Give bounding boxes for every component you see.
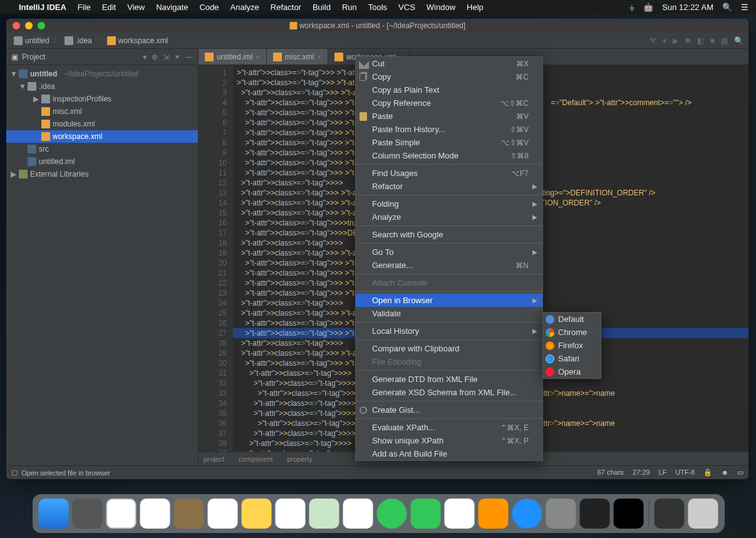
menu-item-paste-from-history-[interactable]: Paste from History...⇧⌘V [356,123,542,136]
dock-pref-icon[interactable] [546,499,576,529]
project-label[interactable]: Project [22,53,45,61]
tree-iml[interactable]: untitled.iml [6,155,198,168]
menu-analyze[interactable]: Analyze [230,3,259,12]
dock-msg-icon[interactable] [376,499,406,529]
menu-code[interactable]: Code [199,3,219,12]
wifi-icon[interactable]: ⏚ [629,3,634,12]
menu-item-cut[interactable]: Cut⌘X [356,57,542,70]
menu-item-folding[interactable]: Folding▶ [356,197,542,210]
dock-photos-icon[interactable] [343,499,373,529]
tree-idea[interactable]: ▼.idea [6,80,198,93]
menu-edit[interactable]: Edit [102,3,116,12]
coverage-icon[interactable]: ◧ [697,36,704,45]
menu-item-copy[interactable]: Copy⌘C [356,70,542,83]
layout-icon[interactable]: ▦ [721,36,728,45]
collapse-icon[interactable]: ▾ [143,53,147,61]
menu-item-generate-dtd-from-xml-file[interactable]: Generate DTD from XML File [356,373,542,386]
tree-external-libs[interactable]: ▶External Libraries [6,168,198,180]
build-icon[interactable]: ⚒ [650,36,656,45]
menu-item-create-gist-[interactable]: Create Gist... [356,403,542,416]
robot-icon[interactable]: 🤖 [643,3,653,12]
menu-help[interactable]: Help [467,3,484,12]
inspector-icon[interactable]: ☻ [721,468,728,477]
menu-build[interactable]: Build [313,3,331,12]
project-view-icon[interactable]: ▣ [11,53,18,61]
menubar-app[interactable]: IntelliJ IDEA [19,3,66,12]
dock-imov-icon[interactable] [654,499,684,529]
dock-contacts-icon[interactable] [173,499,204,529]
lock-icon[interactable]: 🔒 [703,468,712,477]
locate-icon[interactable]: ⊕ [152,53,158,61]
menu-item-paste-simple[interactable]: Paste Simple⌥⇧⌘V [356,136,542,149]
tab-untitled-iml[interactable]: untitled.iml× [199,49,267,65]
dock-safari-icon[interactable] [106,499,136,529]
menu-item-go-to[interactable]: Go To▶ [356,246,542,259]
menu-item-compare-with-clipboard[interactable]: Compare with Clipboard [356,342,542,355]
tree-file-misc[interactable]: misc.xml [6,105,198,118]
settings-icon[interactable]: ✶ [174,53,180,61]
search-everywhere-icon[interactable]: 🔍 [734,36,743,45]
menu-item-copy-as-plain-text[interactable]: Copy as Plain Text [356,83,542,96]
control-center-icon[interactable]: ☰ [741,3,748,12]
run-dropdown[interactable]: ▾ [663,36,666,45]
menu-navigate[interactable]: Navigate [156,3,188,12]
menu-refactor[interactable]: Refactor [271,3,301,12]
crumb-file[interactable]: workspace.xml [105,35,170,46]
dock-ij-icon[interactable] [613,499,643,529]
zoom-button[interactable] [38,22,45,29]
menu-item-generate-xsd-schema-from-xml-file-[interactable]: Generate XSD Schema from XML File... [356,386,542,399]
dock-maps-icon[interactable] [309,499,339,529]
dock-notes-icon[interactable] [241,499,271,529]
browser-opera[interactable]: Opera [543,365,601,378]
dock-itunes-icon[interactable] [444,499,474,529]
tree-inspection[interactable]: ▶inspectionProfiles [6,93,198,105]
tree-file-modules[interactable]: modules.xml [6,118,198,130]
dock-mail-icon[interactable] [140,499,170,529]
dock-app-icon[interactable] [512,499,542,529]
menu-item-refactor[interactable]: Refactor▶ [356,180,542,193]
crumb[interactable]: component [239,455,272,463]
close-button[interactable] [13,22,20,29]
dock-trash-icon[interactable] [688,499,718,529]
clock[interactable]: Sun 12:22 AM [662,3,713,12]
crumb-idea[interactable]: .idea [62,35,95,46]
hide-icon[interactable]: — [185,53,193,61]
expand-icon[interactable]: ⇲ [163,53,169,61]
close-tab-icon[interactable]: × [256,53,259,61]
dock-rem-icon[interactable] [275,499,305,529]
menu-item-analyze[interactable]: Analyze▶ [356,210,542,224]
crumb[interactable]: project [204,455,224,463]
menu-item-open-in-browser[interactable]: Open in Browser▶ [356,294,542,307]
menu-item-local-history[interactable]: Local History▶ [356,324,542,338]
window-icon[interactable]: ▢ [11,468,18,477]
dock-term-icon[interactable] [579,499,609,529]
menu-item-evaluate-xpath-[interactable]: Evaluate XPath...⌃⌘X, E [356,421,542,434]
menu-vcs[interactable]: VCS [398,3,415,12]
browser-chrome[interactable]: Chrome [543,326,601,339]
browser-firefox[interactable]: Firefox [543,339,601,352]
run-icon[interactable]: ▶ [673,36,678,45]
menu-file[interactable]: File [78,3,91,12]
menu-view[interactable]: View [127,3,145,12]
dock-launch-icon[interactable] [72,499,102,529]
dock-cal-icon[interactable] [207,499,237,529]
menu-item-add-as-ant-build-file[interactable]: Add as Ant Build File [356,447,542,460]
minimize-button[interactable] [25,22,33,29]
menu-item-generate-[interactable]: Generate...⌘N [356,259,542,272]
crumb-project[interactable]: untitled [11,35,52,46]
status-line-ending[interactable]: LF [658,468,666,477]
search-icon[interactable]: 🔍 [722,3,732,12]
status-encoding[interactable]: UTF-8 [675,468,695,477]
menu-item-search-with-google[interactable]: Search with Google [356,228,542,241]
menu-item-paste[interactable]: Paste⌘V [356,110,542,123]
status-position[interactable]: 27:29 [633,468,650,477]
menu-item-show-unique-xpath[interactable]: Show unique XPath⌃⌘X, P [356,434,542,447]
menu-item-validate[interactable]: Validate [356,307,542,320]
dock-ft-icon[interactable] [410,499,440,529]
tree-root[interactable]: ▼untitled~/IdeaProjects/untitled [6,68,198,80]
memory-icon[interactable]: ▭ [737,468,743,477]
menu-item-find-usages[interactable]: Find Usages⌥F7 [356,167,542,180]
menu-item-column-selection-mode[interactable]: Column Selection Mode⇧⌘8 [356,149,542,162]
dock-ibooks-icon[interactable] [478,499,508,529]
menu-window[interactable]: Window [427,3,455,12]
